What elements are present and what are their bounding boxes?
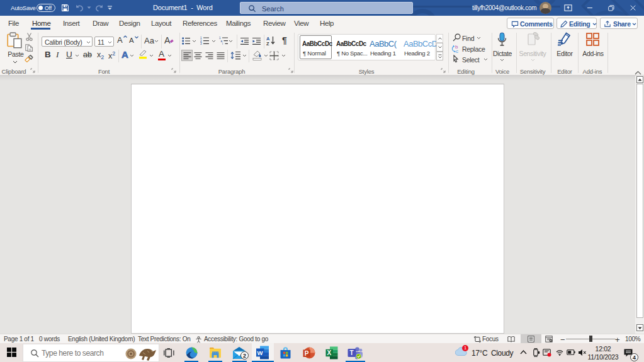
svg-text:W: W (257, 349, 263, 356)
svg-text:X: X (327, 349, 332, 356)
svg-text:i: i (222, 42, 223, 45)
svg-text:T: T (350, 349, 354, 356)
svg-text:A: A (129, 37, 134, 44)
svg-text:P: P (305, 350, 309, 357)
svg-text:Z: Z (266, 41, 269, 46)
svg-text:3: 3 (200, 42, 202, 45)
svg-text:A: A (117, 35, 123, 44)
svg-text:c: c (456, 48, 458, 54)
